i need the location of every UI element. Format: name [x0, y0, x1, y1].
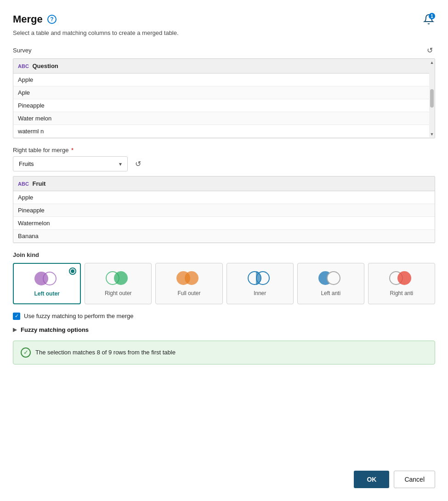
chevron-right-icon: ▶	[13, 326, 17, 333]
survey-table-container: ABC Question AppleAplePineappleWater mel…	[13, 58, 435, 138]
table-row[interactable]: Aple	[13, 86, 435, 99]
fruits-col-header: ABC Fruit	[13, 176, 435, 191]
la-right-circle	[327, 271, 340, 285]
survey-table-scroll[interactable]: ABC Question AppleAplePineappleWater mel…	[13, 59, 435, 138]
inner-venn	[248, 270, 272, 286]
right-outer-venn	[106, 270, 130, 286]
scroll-up-arrow[interactable]: ▲	[429, 60, 435, 65]
survey-scrollbar[interactable]: ▲ ▼	[429, 59, 435, 138]
right-table-dropdown[interactable]: Fruits ▾	[13, 156, 128, 171]
table-row[interactable]: Pineapple	[13, 99, 435, 112]
ok-button[interactable]: OK	[354, 471, 389, 488]
join-card-right-outer[interactable]: Right outer	[85, 263, 152, 304]
table-row[interactable]: waterml n	[13, 125, 435, 138]
ro-right-circle	[114, 271, 128, 285]
right-table-label: Right table for merge *	[13, 147, 435, 154]
full-outer-venn	[176, 270, 201, 286]
left-anti-venn	[318, 270, 343, 286]
help-icon[interactable]: ?	[47, 15, 57, 24]
fruits-table-container: ABC Fruit ApplePineappleWatermelonBanana	[13, 176, 435, 243]
fuzzy-matching-row: ✓ Use fuzzy matching to perform the merg…	[13, 313, 435, 320]
merge-dialog: Merge ? 1 Select a table and matching co…	[0, 0, 448, 501]
ra-right-circle	[397, 271, 411, 285]
join-kind-label: Join kind	[13, 251, 435, 258]
fruits-table-body: ApplePineappleWatermelonBanana	[13, 191, 435, 243]
right-table-refresh-button[interactable]: ↺	[132, 159, 143, 170]
radio-selected-dot	[69, 268, 76, 275]
join-card-left-outer-label: Left outer	[34, 290, 59, 298]
chevron-down-icon: ▾	[119, 161, 122, 167]
fuzzy-label: Use fuzzy matching to perform the merge	[24, 313, 133, 319]
lo-right-circle	[43, 272, 57, 285]
join-card-left-anti-label: Left anti	[321, 290, 340, 297]
survey-col-icon: ABC	[18, 63, 29, 69]
fuzzy-options-row[interactable]: ▶ Fuzzy matching options	[13, 326, 435, 333]
join-card-left-anti[interactable]: Left anti	[297, 263, 364, 304]
table-row[interactable]: Banana	[13, 230, 435, 243]
success-message: The selection matches 8 of 9 rows from t…	[35, 349, 176, 356]
right-anti-venn	[389, 270, 414, 286]
table-row[interactable]: Water melon	[13, 112, 435, 125]
survey-refresh-button[interactable]: ↺	[424, 45, 435, 56]
table-row[interactable]: Apple	[13, 74, 435, 86]
scroll-down-arrow[interactable]: ▼	[429, 131, 435, 137]
required-marker: *	[71, 147, 74, 154]
cancel-button[interactable]: Cancel	[394, 471, 435, 488]
inner-circle-2	[256, 271, 270, 285]
dialog-subtitle: Select a table and matching columns to c…	[13, 29, 435, 36]
join-card-right-anti-label: Right anti	[390, 290, 414, 297]
join-card-full-outer-label: Full outer	[177, 290, 200, 297]
dialog-footer: OK Cancel	[13, 466, 435, 488]
join-card-inner-label: Inner	[254, 290, 266, 297]
success-banner: ✓ The selection matches 8 of 9 rows from…	[13, 341, 435, 364]
join-card-right-anti[interactable]: Right anti	[368, 263, 435, 304]
fuzzy-options-label: Fuzzy matching options	[21, 326, 89, 333]
survey-section-label: Survey ↺	[13, 45, 435, 56]
table-row[interactable]: Watermelon	[13, 217, 435, 230]
dialog-title: Merge	[13, 13, 43, 25]
join-card-right-outer-label: Right outer	[105, 290, 132, 297]
survey-table: ABC Question AppleAplePineappleWater mel…	[13, 59, 435, 138]
fo-right-circle	[185, 271, 198, 285]
scroll-thumb[interactable]	[430, 89, 434, 108]
survey-col-header: ABC Question	[13, 59, 435, 74]
left-outer-venn	[34, 270, 59, 287]
fruits-table: ABC Fruit ApplePineappleWatermelonBanana	[13, 176, 435, 243]
join-card-left-outer[interactable]: Left outer	[13, 263, 81, 304]
right-table-dropdown-row: Fruits ▾ ↺	[13, 156, 435, 171]
dialog-header: Merge ? 1	[13, 13, 435, 26]
success-icon: ✓	[21, 347, 31, 358]
radio-inner-dot	[71, 269, 74, 273]
table-row[interactable]: Apple	[13, 191, 435, 204]
notification-badge: 1	[429, 13, 435, 19]
join-card-full-outer[interactable]: Full outer	[155, 263, 222, 304]
join-kind-cards: Left outer Right outer Full outer	[13, 263, 435, 304]
survey-table-body: AppleAplePineappleWater melonwaterml n	[13, 74, 435, 138]
table-row[interactable]: Pineapple	[13, 204, 435, 217]
join-card-inner[interactable]: Inner	[227, 263, 294, 304]
fruits-col-icon: ABC	[18, 181, 29, 187]
fuzzy-checkbox[interactable]: ✓	[13, 313, 20, 320]
notification-icon[interactable]: 1	[422, 13, 435, 26]
